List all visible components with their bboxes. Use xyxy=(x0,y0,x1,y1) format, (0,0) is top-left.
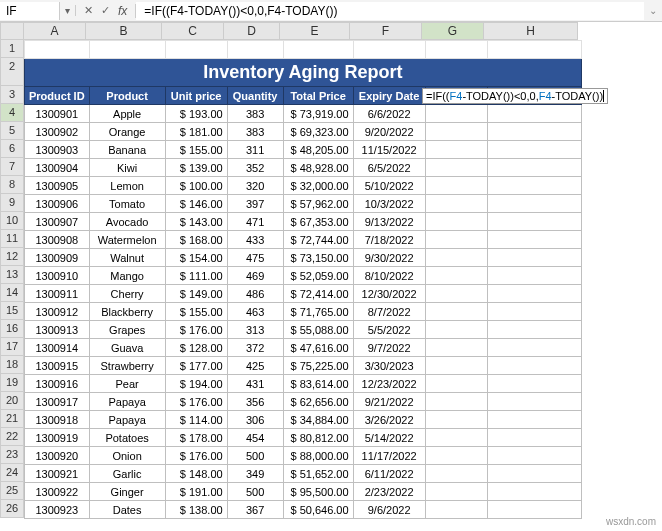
row-header[interactable]: 12 xyxy=(0,248,24,266)
cell-expiry-date[interactable]: 3/26/2022 xyxy=(353,411,425,429)
cell-due-time[interactable] xyxy=(425,447,487,465)
row-header[interactable]: 18 xyxy=(0,356,24,374)
cell-unit-price[interactable]: $ 149.00 xyxy=(165,285,227,303)
cell-condition[interactable] xyxy=(487,159,581,177)
cell-due-time[interactable] xyxy=(425,177,487,195)
cell-expiry-date[interactable]: 9/20/2022 xyxy=(353,123,425,141)
column-header-b[interactable]: B xyxy=(86,22,162,40)
cell-product[interactable]: Watermelon xyxy=(89,231,165,249)
cell-quantity[interactable]: 469 xyxy=(227,267,283,285)
row-header[interactable]: 8 xyxy=(0,176,24,194)
cell-condition[interactable] xyxy=(487,429,581,447)
row-header[interactable]: 16 xyxy=(0,320,24,338)
cell-product-id[interactable]: 1300908 xyxy=(25,231,90,249)
cell-due-time[interactable] xyxy=(425,141,487,159)
cell[interactable] xyxy=(227,41,283,59)
enter-formula-icon[interactable]: ✓ xyxy=(99,4,112,17)
cell-expiry-date[interactable]: 6/5/2022 xyxy=(353,159,425,177)
cell-quantity[interactable]: 313 xyxy=(227,321,283,339)
cell-unit-price[interactable]: $ 181.00 xyxy=(165,123,227,141)
cell-product[interactable]: Ginger xyxy=(89,483,165,501)
cell-expiry-date[interactable]: 5/10/2022 xyxy=(353,177,425,195)
cell-product[interactable]: Tomato xyxy=(89,195,165,213)
cell-expiry-date[interactable]: 5/14/2022 xyxy=(353,429,425,447)
cell-product[interactable]: Pear xyxy=(89,375,165,393)
cell-expiry-date[interactable]: 8/10/2022 xyxy=(353,267,425,285)
cell-condition[interactable] xyxy=(487,303,581,321)
cell-total-price[interactable]: $ 48,928.00 xyxy=(283,159,353,177)
cell-unit-price[interactable]: $ 176.00 xyxy=(165,393,227,411)
cell-product[interactable]: Mango xyxy=(89,267,165,285)
row-header[interactable]: 9 xyxy=(0,194,24,212)
cell-expiry-date[interactable]: 6/11/2022 xyxy=(353,465,425,483)
cell-condition[interactable] xyxy=(487,501,581,519)
cell-quantity[interactable]: 463 xyxy=(227,303,283,321)
cell-product-id[interactable]: 1300907 xyxy=(25,213,90,231)
cell-total-price[interactable]: $ 52,059.00 xyxy=(283,267,353,285)
cell-total-price[interactable]: $ 71,765.00 xyxy=(283,303,353,321)
cell-quantity[interactable]: 306 xyxy=(227,411,283,429)
row-header[interactable]: 22 xyxy=(0,428,24,446)
row-header[interactable]: 11 xyxy=(0,230,24,248)
name-box-dropdown-icon[interactable]: ▾ xyxy=(60,5,76,16)
cell-product[interactable]: Papaya xyxy=(89,393,165,411)
column-header-d[interactable]: D xyxy=(224,22,280,40)
cell-product[interactable]: Cherry xyxy=(89,285,165,303)
cell-due-time[interactable] xyxy=(425,393,487,411)
cell-quantity[interactable]: 383 xyxy=(227,123,283,141)
cell-expiry-date[interactable]: 9/21/2022 xyxy=(353,393,425,411)
row-header[interactable]: 4 xyxy=(0,104,24,122)
cell-expiry-date[interactable]: 9/30/2022 xyxy=(353,249,425,267)
row-header[interactable]: 14 xyxy=(0,284,24,302)
cell-unit-price[interactable]: $ 128.00 xyxy=(165,339,227,357)
cell-product-id[interactable]: 1300909 xyxy=(25,249,90,267)
cell-unit-price[interactable]: $ 148.00 xyxy=(165,465,227,483)
cell-condition[interactable] xyxy=(487,339,581,357)
cell-due-time[interactable] xyxy=(425,249,487,267)
cell-product[interactable]: Guava xyxy=(89,339,165,357)
spreadsheet-grid[interactable]: Inventory Aging ReportProduct IDProductU… xyxy=(24,40,582,519)
cell-total-price[interactable]: $ 95,500.00 xyxy=(283,483,353,501)
cell-due-time[interactable] xyxy=(425,357,487,375)
cell-expiry-date[interactable]: 11/17/2022 xyxy=(353,447,425,465)
cell-expiry-date[interactable]: 11/15/2022 xyxy=(353,141,425,159)
cell-condition[interactable] xyxy=(487,213,581,231)
cell-total-price[interactable]: $ 67,353.00 xyxy=(283,213,353,231)
row-header[interactable]: 19 xyxy=(0,374,24,392)
row-header[interactable]: 6 xyxy=(0,140,24,158)
cell-expiry-date[interactable]: 8/7/2022 xyxy=(353,303,425,321)
cell-expiry-date[interactable]: 3/30/2023 xyxy=(353,357,425,375)
cell-unit-price[interactable]: $ 191.00 xyxy=(165,483,227,501)
cell-total-price[interactable]: $ 32,000.00 xyxy=(283,177,353,195)
cell-product-id[interactable]: 1300914 xyxy=(25,339,90,357)
cell-total-price[interactable]: $ 80,812.00 xyxy=(283,429,353,447)
cell-quantity[interactable]: 311 xyxy=(227,141,283,159)
row-header[interactable]: 7 xyxy=(0,158,24,176)
cell-condition[interactable] xyxy=(487,231,581,249)
cell-due-time[interactable] xyxy=(425,213,487,231)
cell-condition[interactable] xyxy=(487,105,581,123)
cell-total-price[interactable]: $ 57,962.00 xyxy=(283,195,353,213)
cell[interactable] xyxy=(165,41,227,59)
cell-unit-price[interactable]: $ 114.00 xyxy=(165,411,227,429)
cell-product-id[interactable]: 1300901 xyxy=(25,105,90,123)
insert-function-icon[interactable]: fx xyxy=(116,4,129,18)
cell-expiry-date[interactable]: 7/18/2022 xyxy=(353,231,425,249)
cell-unit-price[interactable]: $ 176.00 xyxy=(165,447,227,465)
header-e[interactable]: Total Price xyxy=(283,87,353,105)
row-header[interactable]: 1 xyxy=(0,40,24,58)
cell-due-time[interactable] xyxy=(425,267,487,285)
column-header-a[interactable]: A xyxy=(24,22,86,40)
cell-condition[interactable] xyxy=(487,483,581,501)
cell-total-price[interactable]: $ 72,414.00 xyxy=(283,285,353,303)
cell-product-id[interactable]: 1300910 xyxy=(25,267,90,285)
cell-product-id[interactable]: 1300913 xyxy=(25,321,90,339)
cell-product-id[interactable]: 1300912 xyxy=(25,303,90,321)
cell-product-id[interactable]: 1300922 xyxy=(25,483,90,501)
cell-product[interactable]: Lemon xyxy=(89,177,165,195)
header-f[interactable]: Expiry Date xyxy=(353,87,425,105)
cell-unit-price[interactable]: $ 100.00 xyxy=(165,177,227,195)
cell-unit-price[interactable]: $ 155.00 xyxy=(165,141,227,159)
cell-product-id[interactable]: 1300911 xyxy=(25,285,90,303)
cell-total-price[interactable]: $ 72,744.00 xyxy=(283,231,353,249)
